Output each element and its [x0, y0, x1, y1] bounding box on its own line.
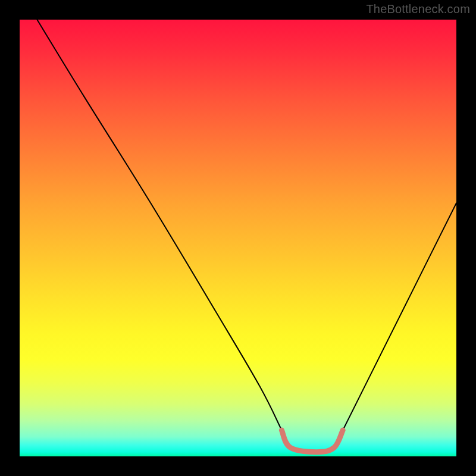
chart-svg [20, 20, 456, 456]
optimal-band-highlight [281, 430, 343, 452]
chart-frame: TheBottleneck.com [0, 0, 476, 476]
bottleneck-curve-line [37, 20, 456, 452]
watermark-text: TheBottleneck.com [366, 2, 470, 16]
